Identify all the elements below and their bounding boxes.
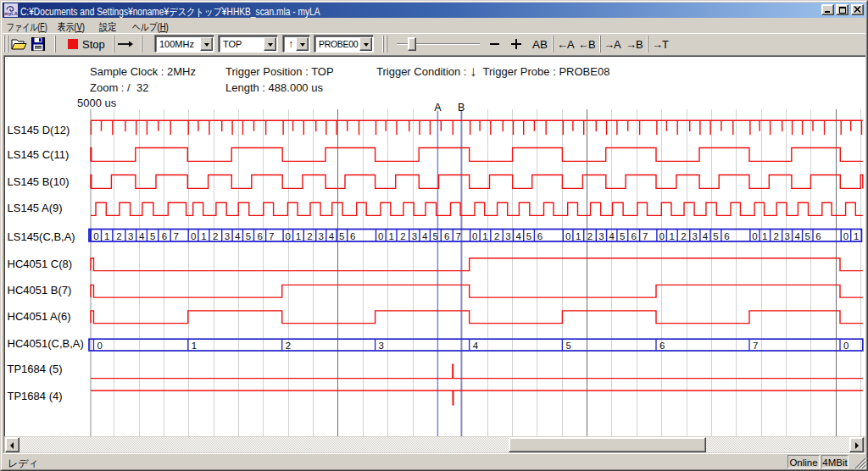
svg-text:0: 0 — [752, 231, 757, 241]
svg-text:7: 7 — [269, 231, 274, 241]
svg-text:6: 6 — [162, 231, 167, 241]
svg-text:2: 2 — [587, 231, 593, 241]
svg-text:5: 5 — [433, 231, 438, 241]
svg-text:3: 3 — [784, 231, 789, 241]
svg-text:2: 2 — [773, 231, 778, 241]
svg-text:4: 4 — [422, 231, 428, 241]
svg-text:5: 5 — [565, 341, 570, 351]
svg-text:0: 0 — [843, 231, 849, 241]
svg-text:3: 3 — [379, 341, 384, 351]
svg-text:0: 0 — [378, 231, 383, 241]
svg-text:LS145 C(11): LS145 C(11) — [8, 148, 70, 161]
svg-text:0: 0 — [565, 231, 570, 241]
svg-text:7: 7 — [753, 341, 758, 351]
svg-text:1: 1 — [854, 231, 859, 241]
svg-text:5: 5 — [150, 231, 155, 241]
svg-text:1: 1 — [482, 231, 487, 241]
svg-text:HC4051 C(8): HC4051 C(8) — [8, 258, 73, 270]
svg-text:TP1684 (4): TP1684 (4) — [8, 390, 63, 402]
svg-text:4: 4 — [794, 231, 800, 241]
svg-text:0: 0 — [472, 231, 477, 241]
svg-text:1: 1 — [762, 231, 767, 241]
svg-text:7: 7 — [173, 231, 178, 241]
svg-text:6: 6 — [724, 231, 729, 241]
svg-text:6: 6 — [631, 231, 636, 241]
svg-text:5: 5 — [526, 231, 531, 241]
svg-text:3: 3 — [128, 231, 133, 241]
svg-text:3: 3 — [319, 231, 324, 241]
svg-text:6: 6 — [815, 231, 821, 241]
svg-text:4: 4 — [609, 231, 615, 241]
svg-text:6: 6 — [537, 231, 542, 241]
svg-text:4: 4 — [703, 231, 709, 241]
svg-text:2: 2 — [400, 231, 405, 241]
svg-text:B: B — [458, 102, 465, 114]
svg-text:5: 5 — [246, 231, 251, 241]
svg-text:3: 3 — [598, 231, 604, 241]
svg-text:4: 4 — [329, 231, 335, 241]
svg-text:0: 0 — [286, 231, 291, 241]
svg-text:HC4051(C,B,A): HC4051(C,B,A) — [8, 337, 84, 350]
svg-text:5: 5 — [805, 231, 810, 241]
svg-text:A: A — [434, 102, 442, 114]
svg-text:3: 3 — [412, 231, 417, 241]
svg-text:LS145 D(12): LS145 D(12) — [8, 124, 70, 136]
svg-text:1: 1 — [388, 231, 393, 241]
svg-text:4: 4 — [473, 341, 479, 351]
svg-text:3: 3 — [225, 231, 230, 241]
svg-text:6: 6 — [257, 231, 262, 241]
svg-text:0: 0 — [97, 341, 103, 351]
svg-text:2: 2 — [307, 231, 312, 241]
svg-text:HC4051 A(6): HC4051 A(6) — [8, 310, 71, 323]
svg-text:1: 1 — [104, 231, 109, 241]
svg-text:5: 5 — [339, 231, 344, 241]
svg-text:2: 2 — [286, 341, 291, 351]
svg-text:0: 0 — [843, 341, 849, 351]
svg-text:LS145(C,B,A): LS145(C,B,A) — [8, 230, 75, 243]
svg-text:1: 1 — [296, 231, 301, 241]
svg-text:5: 5 — [620, 231, 625, 241]
svg-text:4: 4 — [139, 231, 145, 241]
svg-text:2: 2 — [213, 231, 218, 241]
svg-text:1: 1 — [201, 231, 206, 241]
svg-text:6: 6 — [350, 231, 355, 241]
svg-text:1: 1 — [670, 231, 675, 241]
svg-text:3: 3 — [693, 231, 698, 241]
svg-text:4: 4 — [235, 231, 241, 241]
svg-text:4: 4 — [515, 231, 521, 241]
svg-text:7: 7 — [456, 231, 461, 241]
svg-text:1: 1 — [576, 231, 581, 241]
svg-text:2: 2 — [494, 231, 499, 241]
svg-text:2: 2 — [681, 231, 686, 241]
svg-text:TP1684 (5): TP1684 (5) — [8, 363, 63, 375]
svg-text:0: 0 — [659, 231, 664, 241]
svg-text:0: 0 — [191, 231, 196, 241]
svg-text:7: 7 — [643, 231, 648, 241]
svg-text:HC4051 B(7): HC4051 B(7) — [8, 284, 72, 296]
svg-text:LS145 B(10): LS145 B(10) — [8, 175, 70, 188]
svg-text:2: 2 — [116, 231, 121, 241]
svg-text:1: 1 — [192, 341, 197, 351]
svg-text:6: 6 — [444, 231, 449, 241]
svg-text:3: 3 — [505, 231, 510, 241]
svg-text:0: 0 — [93, 231, 98, 241]
svg-text:5: 5 — [713, 231, 718, 241]
svg-text:6: 6 — [659, 341, 665, 351]
svg-text:LS145 A(9): LS145 A(9) — [8, 202, 63, 214]
